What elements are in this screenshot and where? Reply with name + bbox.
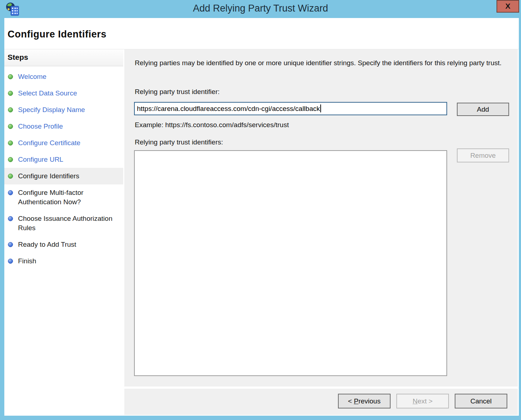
step-label: Configure URL [18,155,63,164]
step-done-icon [8,174,13,179]
step-done-icon [8,91,13,96]
steps-header: Steps [4,49,123,66]
cancel-button[interactable]: Cancel [455,394,507,408]
text-cursor [320,104,321,112]
step-label: Select Data Source [18,89,77,98]
add-button[interactable]: Add [457,103,509,116]
step-label: Configure Certificate [18,138,80,148]
page-title: Configure Identifiers [8,29,107,40]
identifiers-listbox[interactable] [134,150,447,376]
identifier-field-label: Relying party trust identifier: [135,88,220,96]
step-label: Ready to Add Trust [18,240,76,249]
step-label: Welcome [18,72,46,81]
window-title: Add Relying Party Trust Wizard [0,3,521,14]
step-label: Choose Issuance Authorization Rules [18,214,119,233]
step-done-icon [8,140,13,146]
steps-sidebar: Steps Welcome Select Data Source Specify… [4,49,123,416]
step-label: Finish [18,256,36,266]
steps-list: Welcome Select Data Source Specify Displ… [4,66,123,269]
step-done-icon [8,74,13,79]
relying-party-identifier-input[interactable]: https://carena.cloudflareaccess.com/cdn-… [134,102,447,115]
step-pending-icon [8,242,13,247]
sidebar-item-finish: Finish [4,253,123,269]
example-text: Example: https://fs.contoso.com/adfs/ser… [135,121,289,129]
sidebar-item-welcome[interactable]: Welcome [4,68,123,85]
client-area: Configure Identifiers Steps Welcome Sele… [4,18,519,416]
title-bar: Add Relying Party Trust Wizard X [0,0,521,18]
step-done-icon [8,124,13,129]
sidebar-item-configure-identifiers: Configure Identifiers [4,168,123,184]
remove-button[interactable]: Remove [457,148,509,162]
sidebar-item-configure-url[interactable]: Configure URL [4,151,123,168]
step-done-icon [8,157,13,162]
step-done-icon [8,107,13,112]
close-button[interactable]: X [496,0,519,13]
step-label: Choose Profile [18,122,63,131]
page-header: Configure Identifiers [4,18,519,49]
step-pending-icon [8,216,13,221]
step-label: Configure Identifiers [18,171,79,181]
page-description: Relying parties may be identified by one… [135,58,502,68]
footer-button-bar: < Previous Next > Cancel [124,389,518,415]
sidebar-item-specify-display-name[interactable]: Specify Display Name [4,102,123,118]
sidebar-item-select-data-source[interactable]: Select Data Source [4,85,123,102]
sidebar-item-choose-profile[interactable]: Choose Profile [4,118,123,135]
identifiers-list-label: Relying party trust identifiers: [135,138,223,146]
step-label: Specify Display Name [18,105,85,115]
sidebar-item-configure-certificate[interactable]: Configure Certificate [4,135,123,151]
identifier-input-value: https://carena.cloudflareaccess.com/cdn-… [137,105,320,112]
step-pending-icon [8,190,13,195]
sidebar-item-ready-to-add-trust: Ready to Add Trust [4,236,123,253]
main-panel: Relying parties may be identified by one… [124,49,518,387]
sidebar-item-configure-mfa: Configure Multi-factor Authentication No… [4,184,123,210]
previous-button[interactable]: < Previous [338,394,391,408]
step-pending-icon [8,259,13,264]
next-button[interactable]: Next > [396,394,449,408]
sidebar-item-choose-issuance-rules: Choose Issuance Authorization Rules [4,210,123,236]
step-label: Configure Multi-factor Authentication No… [18,188,119,207]
wizard-window: Add Relying Party Trust Wizard X Configu… [0,0,521,420]
